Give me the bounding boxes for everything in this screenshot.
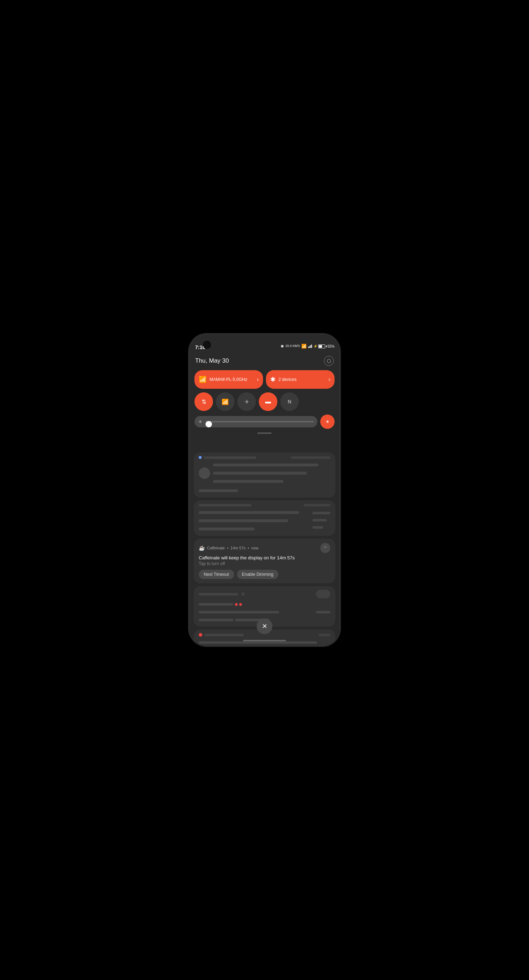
notification-blurred-2[interactable] <box>194 500 335 536</box>
phone-screen: 7:16 ✱ 20.0 KB/S 📶 ⚡ 55% <box>189 334 340 646</box>
wifi-tile-label: MAMHif-PL-5.0GHz <box>210 377 254 382</box>
camera-hole <box>203 341 211 349</box>
caffeinate-actions: Next Timeout Enable Dimming <box>199 570 330 579</box>
caffeinate-expand-btn[interactable]: ^ <box>320 543 330 553</box>
bluetooth-tile[interactable]: ✱ 2 devices › <box>266 370 335 389</box>
auto-brightness-btn[interactable]: ☀ <box>320 415 335 429</box>
caffeinate-separator: • <box>227 546 229 550</box>
notif-2-right-2 <box>312 519 327 522</box>
notif-2-line1 <box>199 511 299 514</box>
notif-1-avatar <box>199 468 210 479</box>
airplane-tile[interactable]: ✈ <box>237 392 256 411</box>
home-indicator[interactable] <box>243 640 286 641</box>
nfc-icon: N <box>288 399 291 404</box>
quick-settings-panel: Thu, May 30 ⬡ 📶 MAMHif-PL-5.0GHz › ✱ 2 d… <box>189 353 340 437</box>
wifi-icon: 📶 <box>301 344 307 349</box>
notif-1-header-text <box>204 457 256 459</box>
wifi-tile-icon: 📶 <box>199 375 207 383</box>
phone-device: 7:16 ✱ 20.0 KB/S 📶 ⚡ 55% <box>189 334 340 646</box>
dismiss-all-button[interactable]: ✕ <box>257 619 272 634</box>
wallet-icon: ▬ <box>265 398 271 405</box>
brightness-min-icon: ☀ <box>198 419 203 425</box>
caffeinate-notification[interactable]: ☕ Caffeinate • 14m 57s • now ^ Caffeinat… <box>194 539 335 583</box>
notif-4-line3a <box>199 619 234 621</box>
qs-small-tiles: ⇅ 📶 ✈ ▬ N <box>194 392 335 411</box>
notif-4-header <box>199 593 238 595</box>
qs-header: Thu, May 30 ⬡ <box>194 356 335 366</box>
settings-icon[interactable]: ⬡ <box>324 356 334 366</box>
status-right: ✱ 20.0 KB/S 📶 ⚡ 55% <box>281 344 335 349</box>
notif-1-line2 <box>213 472 307 475</box>
brightness-row: ☀ ☀ <box>194 415 335 429</box>
notif-blurred-1-inner <box>194 452 335 498</box>
nfc-tile[interactable]: N <box>280 392 299 411</box>
notif-4-badge <box>241 593 245 595</box>
expand-icon: ^ <box>324 546 326 550</box>
notifications-list: ☕ Caffeinate • 14m 57s • now ^ Caffeinat… <box>189 452 340 646</box>
data-saver-tile[interactable]: ⇅ <box>194 392 213 411</box>
wallet-tile[interactable]: ▬ <box>259 392 277 411</box>
notif-1-line1 <box>213 463 318 466</box>
caffeinate-timestamp: now <box>251 546 259 550</box>
caffeinate-app-name: Caffeinate <box>207 546 225 550</box>
auto-brightness-icon: ☀ <box>325 419 330 425</box>
brightness-thumb[interactable] <box>205 421 212 427</box>
caffeinate-app-info: ☕ Caffeinate • 14m 57s • now <box>199 545 259 551</box>
wifi-tile[interactable]: 📶 MAMHif-PL-5.0GHz › <box>194 370 263 389</box>
wifi-tile-arrow: › <box>257 376 259 383</box>
brightness-track <box>205 421 314 422</box>
enable-dimming-button[interactable]: Enable Dimming <box>237 570 278 579</box>
next-timeout-button[interactable]: Next Timeout <box>199 570 234 579</box>
caffeinate-duration: 14m 57s <box>230 546 246 550</box>
bluetooth-tile-label: 2 devices <box>278 377 326 382</box>
notif-1-line3 <box>213 480 283 483</box>
notif-4-right1 <box>316 611 330 613</box>
notif-5-red-icon <box>199 633 202 636</box>
airplane-icon: ✈ <box>245 398 249 405</box>
notif-1-time <box>291 457 330 459</box>
battery-percent: 55% <box>327 344 335 348</box>
notif-2-line2 <box>199 519 288 522</box>
battery-indicator: ⚡ 55% <box>313 344 335 348</box>
caffeinate-header: ☕ Caffeinate • 14m 57s • now ^ <box>199 543 330 553</box>
caffeinate-title: Caffeinate will keep the display on for … <box>199 555 330 560</box>
notif-5-header <box>205 634 244 636</box>
notif-2-line3 <box>199 528 254 530</box>
notif-blurred-2-inner <box>194 500 335 536</box>
notif-4-reddot2 <box>239 603 242 606</box>
notif-5-time <box>319 634 330 636</box>
bluetooth-icon: ✱ <box>281 344 284 349</box>
caffeinate-app-icon: ☕ <box>199 545 205 551</box>
notif-2-time <box>304 504 330 506</box>
close-icon: ✕ <box>262 622 267 630</box>
notif-4-line1a <box>199 603 234 606</box>
caffeinate-subtitle: Tap to turn off <box>199 561 330 566</box>
brightness-slider[interactable]: ☀ <box>194 416 318 427</box>
notif-2-right-3 <box>312 526 323 529</box>
notif-1-dot <box>199 456 202 459</box>
notif-2-header-text <box>199 504 251 506</box>
status-bar: 7:16 ✱ 20.0 KB/S 📶 ⚡ 55% <box>189 334 340 352</box>
bluetooth-tile-icon: ✱ <box>270 375 276 383</box>
notif-1-footer <box>199 489 238 492</box>
notification-blurred-1[interactable] <box>194 452 335 498</box>
qs-date: Thu, May 30 <box>195 357 229 364</box>
notif-5-line1 <box>199 641 317 644</box>
notif-4-toggle <box>316 590 330 598</box>
bluetooth-tile-arrow: › <box>329 376 330 383</box>
caffeinate-separator-2: • <box>248 546 249 550</box>
notif-4-line2 <box>199 611 279 613</box>
notif-4-reddot1 <box>235 603 238 606</box>
notif-2-right-1 <box>312 512 330 514</box>
charging-icon: ⚡ <box>313 344 318 348</box>
drag-handle[interactable] <box>257 433 272 434</box>
data-speed: 20.0 KB/S <box>285 344 300 348</box>
qs-wide-tiles: 📶 MAMHif-PL-5.0GHz › ✱ 2 devices › <box>194 370 335 389</box>
hotspot-icon: 📶 <box>222 398 229 405</box>
data-saver-icon: ⇅ <box>202 398 206 405</box>
signal-bars <box>308 344 312 348</box>
hotspot-tile[interactable]: 📶 <box>216 392 235 411</box>
